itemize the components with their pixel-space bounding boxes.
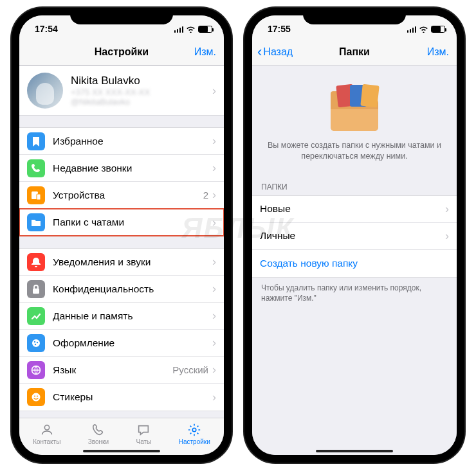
back-button[interactable]: ‹Назад	[257, 45, 293, 59]
signal-icon	[407, 26, 417, 33]
tab-contacts[interactable]: Контакты	[33, 423, 60, 445]
row-label: Устройства	[53, 190, 203, 201]
settings-row-globe[interactable]: ЯзыкРусский›	[19, 357, 224, 384]
svg-point-6	[35, 343, 36, 344]
notch	[303, 8, 406, 24]
chevron-right-icon: ›	[212, 363, 216, 377]
settings-row-bookmark[interactable]: Избранное›	[19, 128, 224, 155]
section-footer: Чтобы удалить папку или изменить порядок…	[252, 278, 457, 308]
status-indicators	[174, 26, 213, 33]
svg-point-16	[193, 428, 197, 432]
row-label: Стикеры	[53, 391, 212, 403]
tab-settings[interactable]: Настройки	[179, 423, 210, 445]
chevron-right-icon: ›	[212, 309, 216, 323]
chevron-right-icon: ›	[212, 161, 216, 175]
svg-point-3	[32, 339, 40, 347]
svg-point-8	[32, 393, 41, 402]
navbar: ‹Назад Папки Изм.	[252, 39, 457, 66]
settings-row-phone[interactable]: Недавние звонки›	[19, 155, 224, 182]
devices-icon	[27, 186, 45, 204]
status-time: 17:54	[35, 24, 58, 34]
settings-row-stickers[interactable]: Стикеры›	[19, 384, 224, 411]
row-label: Недавние звонки	[53, 163, 212, 174]
wifi-icon	[419, 26, 428, 33]
settings-row-devices[interactable]: Устройства2›	[19, 182, 224, 209]
appearance-icon	[27, 334, 45, 352]
settings-row-appearance[interactable]: Оформление›	[19, 330, 224, 357]
folder-icon	[27, 213, 45, 231]
status-time: 17:55	[268, 24, 291, 34]
svg-point-5	[37, 341, 38, 342]
row-value: 2	[203, 190, 208, 200]
chevron-right-icon: ›	[212, 216, 216, 229]
phone-right: 17:55 ‹Назад Папки Изм.	[244, 8, 464, 463]
settings-row-data[interactable]: Данные и память›	[19, 303, 224, 330]
notch	[70, 8, 173, 24]
tab-calls[interactable]: Звонки	[88, 423, 109, 445]
chevron-right-icon: ›	[212, 188, 216, 202]
profile-username: @NikitaBulavko	[71, 97, 212, 107]
edit-button[interactable]: Изм.	[194, 46, 216, 58]
folders-content[interactable]: Вы можете создать папки с нужными чатами…	[252, 66, 457, 455]
avatar	[27, 73, 63, 109]
tab-label: Чаты	[136, 438, 152, 445]
tab-label: Настройки	[179, 438, 210, 445]
svg-rect-1	[37, 194, 41, 200]
home-indicator	[83, 450, 160, 452]
profile-row[interactable]: Nikita Bulavko +375 XX XXX-XX-XX @Nikita…	[19, 66, 224, 115]
screen-folders: 17:55 ‹Назад Папки Изм.	[252, 15, 457, 455]
chevron-right-icon: ›	[445, 202, 449, 216]
svg-point-10	[37, 396, 38, 397]
folder-row[interactable]: Новые›	[252, 196, 457, 223]
profile-phone: +375 XX XXX-XX-XX	[71, 87, 212, 97]
phone-left: 17:54 Настройки Изм. Nikita Bulavko	[12, 8, 232, 463]
row-label: Папки с чатами	[53, 217, 212, 228]
tab-label: Звонки	[88, 438, 109, 445]
folder-row[interactable]: Личные›	[252, 223, 457, 250]
settings-row-lock[interactable]: Конфиденциальность›	[19, 276, 224, 303]
row-value: Русский	[172, 364, 208, 375]
folder-label: Новые	[260, 203, 445, 215]
create-folder-button[interactable]: Создать новую папку	[252, 250, 457, 277]
settings-row-bell[interactable]: Уведомления и звуки›	[19, 249, 224, 276]
back-label: Назад	[263, 46, 293, 58]
chevron-left-icon: ‹	[257, 45, 262, 59]
status-indicators	[407, 26, 446, 33]
row-label: Избранное	[53, 136, 212, 147]
tab-chats[interactable]: Чаты	[136, 423, 151, 445]
edit-button[interactable]: Изм.	[427, 46, 449, 58]
phone-icon	[27, 159, 45, 177]
svg-point-15	[44, 425, 49, 430]
profile-name: Nikita Bulavko	[71, 75, 212, 87]
home-indicator	[316, 450, 393, 452]
chevron-right-icon: ›	[445, 229, 449, 243]
tab-label: Контакты	[33, 438, 60, 445]
stickers-icon	[27, 388, 45, 406]
svg-point-9	[34, 396, 35, 397]
row-label: Данные и память	[53, 310, 212, 322]
folder-label: Личные	[260, 230, 445, 242]
nav-title: Настройки	[19, 46, 224, 58]
folder-art-icon	[325, 82, 383, 131]
wifi-icon	[186, 26, 196, 33]
row-label: Уведомления и звуки	[53, 256, 212, 268]
globe-icon	[27, 361, 45, 379]
signal-icon	[174, 26, 184, 33]
settings-content[interactable]: Nikita Bulavko +375 XX XXX-XX-XX @Nikita…	[19, 66, 224, 418]
svg-point-4	[34, 341, 35, 342]
settings-row-folder[interactable]: Папки с чатами›	[19, 209, 224, 236]
hero-description: Вы можете создать папки с нужными чатами…	[268, 140, 441, 162]
chevron-right-icon: ›	[212, 391, 216, 404]
row-label: Конфиденциальность	[53, 283, 212, 295]
navbar: Настройки Изм.	[19, 39, 224, 66]
folders-hero: Вы можете создать папки с нужными чатами…	[252, 66, 457, 173]
chevron-right-icon: ›	[212, 255, 216, 269]
row-label: Язык	[53, 364, 172, 376]
row-label: Оформление	[53, 337, 212, 349]
lock-icon	[27, 280, 45, 298]
bookmark-icon	[27, 132, 45, 150]
create-folder-label: Создать новую папку	[260, 258, 449, 269]
section-header-folders: ПАПКИ	[252, 173, 457, 195]
chevron-right-icon: ›	[212, 84, 216, 98]
chevron-right-icon: ›	[212, 282, 216, 296]
